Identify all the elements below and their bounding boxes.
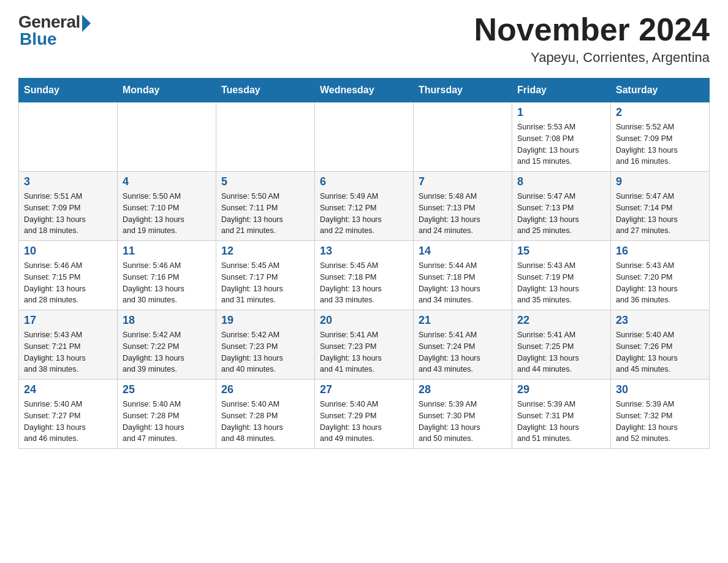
calendar-cell: 27Sunrise: 5:40 AM Sunset: 7:29 PM Dayli…: [315, 380, 414, 449]
calendar-cell: 19Sunrise: 5:42 AM Sunset: 7:23 PM Dayli…: [216, 310, 315, 380]
calendar-cell: [414, 102, 512, 172]
day-number: 2: [616, 106, 704, 119]
calendar-cell: 12Sunrise: 5:45 AM Sunset: 7:17 PM Dayli…: [216, 241, 315, 310]
calendar-cell: 9Sunrise: 5:47 AM Sunset: 7:14 PM Daylig…: [611, 172, 710, 241]
day-number: 15: [517, 245, 605, 258]
calendar-cell: 21Sunrise: 5:41 AM Sunset: 7:24 PM Dayli…: [414, 310, 512, 380]
day-info: Sunrise: 5:42 AM Sunset: 7:22 PM Dayligh…: [123, 329, 211, 375]
day-info: Sunrise: 5:41 AM Sunset: 7:25 PM Dayligh…: [517, 329, 605, 375]
day-info: Sunrise: 5:39 AM Sunset: 7:31 PM Dayligh…: [517, 399, 605, 445]
day-number: 22: [517, 314, 605, 327]
calendar-cell: 18Sunrise: 5:42 AM Sunset: 7:22 PM Dayli…: [118, 310, 216, 380]
day-number: 25: [123, 383, 211, 396]
calendar-cell: 11Sunrise: 5:46 AM Sunset: 7:16 PM Dayli…: [118, 241, 216, 310]
day-info: Sunrise: 5:47 AM Sunset: 7:13 PM Dayligh…: [517, 191, 605, 237]
day-number: 10: [24, 245, 112, 258]
calendar-cell: 20Sunrise: 5:41 AM Sunset: 7:23 PM Dayli…: [315, 310, 414, 380]
calendar-cell: [315, 102, 414, 172]
calendar-cell: 26Sunrise: 5:40 AM Sunset: 7:28 PM Dayli…: [216, 380, 315, 449]
day-number: 1: [517, 106, 605, 119]
day-info: Sunrise: 5:42 AM Sunset: 7:23 PM Dayligh…: [221, 329, 309, 375]
day-info: Sunrise: 5:45 AM Sunset: 7:18 PM Dayligh…: [320, 260, 408, 306]
day-number: 30: [616, 383, 704, 396]
calendar-cell: [118, 102, 216, 172]
calendar-cell: 15Sunrise: 5:43 AM Sunset: 7:19 PM Dayli…: [512, 241, 611, 310]
calendar-cell: 6Sunrise: 5:49 AM Sunset: 7:12 PM Daylig…: [315, 172, 414, 241]
day-number: 28: [419, 383, 507, 396]
day-info: Sunrise: 5:39 AM Sunset: 7:30 PM Dayligh…: [419, 399, 507, 445]
calendar-cell: 28Sunrise: 5:39 AM Sunset: 7:30 PM Dayli…: [414, 380, 512, 449]
calendar-cell: 8Sunrise: 5:47 AM Sunset: 7:13 PM Daylig…: [512, 172, 611, 241]
week-row-1: 1Sunrise: 5:53 AM Sunset: 7:08 PM Daylig…: [19, 102, 710, 172]
weekday-header-sunday: Sunday: [19, 79, 118, 102]
day-info: Sunrise: 5:39 AM Sunset: 7:32 PM Dayligh…: [616, 399, 704, 445]
calendar-cell: 16Sunrise: 5:43 AM Sunset: 7:20 PM Dayli…: [611, 241, 710, 310]
day-number: 13: [320, 245, 408, 258]
day-number: 27: [320, 383, 408, 396]
day-number: 4: [123, 175, 211, 188]
calendar-cell: [19, 102, 118, 172]
day-info: Sunrise: 5:50 AM Sunset: 7:10 PM Dayligh…: [123, 191, 211, 237]
day-info: Sunrise: 5:41 AM Sunset: 7:23 PM Dayligh…: [320, 329, 408, 375]
calendar-cell: 22Sunrise: 5:41 AM Sunset: 7:25 PM Dayli…: [512, 310, 611, 380]
day-number: 14: [419, 245, 507, 258]
location-subtitle: Yapeyu, Corrientes, Argentina: [474, 50, 710, 66]
day-number: 8: [517, 175, 605, 188]
calendar-cell: 23Sunrise: 5:40 AM Sunset: 7:26 PM Dayli…: [611, 310, 710, 380]
logo-blue-text: Blue: [18, 29, 57, 49]
title-section: November 2024 Yapeyu, Corrientes, Argent…: [474, 12, 710, 66]
day-info: Sunrise: 5:46 AM Sunset: 7:16 PM Dayligh…: [123, 260, 211, 306]
day-number: 29: [517, 383, 605, 396]
week-row-3: 10Sunrise: 5:46 AM Sunset: 7:15 PM Dayli…: [19, 241, 710, 310]
weekday-header-row: SundayMondayTuesdayWednesdayThursdayFrid…: [19, 79, 710, 102]
calendar-cell: 2Sunrise: 5:52 AM Sunset: 7:09 PM Daylig…: [611, 102, 710, 172]
week-row-2: 3Sunrise: 5:51 AM Sunset: 7:09 PM Daylig…: [19, 172, 710, 241]
day-number: 6: [320, 175, 408, 188]
day-info: Sunrise: 5:40 AM Sunset: 7:27 PM Dayligh…: [24, 399, 112, 445]
day-info: Sunrise: 5:40 AM Sunset: 7:26 PM Dayligh…: [616, 329, 704, 375]
day-info: Sunrise: 5:50 AM Sunset: 7:11 PM Dayligh…: [221, 191, 309, 237]
calendar-cell: [216, 102, 315, 172]
day-number: 20: [320, 314, 408, 327]
day-info: Sunrise: 5:43 AM Sunset: 7:20 PM Dayligh…: [616, 260, 704, 306]
day-number: 3: [24, 175, 112, 188]
day-number: 16: [616, 245, 704, 258]
weekday-header-friday: Friday: [512, 79, 611, 102]
day-info: Sunrise: 5:40 AM Sunset: 7:28 PM Dayligh…: [123, 399, 211, 445]
day-info: Sunrise: 5:44 AM Sunset: 7:18 PM Dayligh…: [419, 260, 507, 306]
page-header: General Blue November 2024 Yapeyu, Corri…: [18, 12, 710, 66]
day-info: Sunrise: 5:40 AM Sunset: 7:29 PM Dayligh…: [320, 399, 408, 445]
calendar-table: SundayMondayTuesdayWednesdayThursdayFrid…: [18, 78, 710, 449]
day-number: 7: [419, 175, 507, 188]
calendar-cell: 3Sunrise: 5:51 AM Sunset: 7:09 PM Daylig…: [19, 172, 118, 241]
day-info: Sunrise: 5:43 AM Sunset: 7:19 PM Dayligh…: [517, 260, 605, 306]
day-info: Sunrise: 5:46 AM Sunset: 7:15 PM Dayligh…: [24, 260, 112, 306]
day-number: 18: [123, 314, 211, 327]
weekday-header-wednesday: Wednesday: [315, 79, 414, 102]
calendar-cell: 30Sunrise: 5:39 AM Sunset: 7:32 PM Dayli…: [611, 380, 710, 449]
week-row-5: 24Sunrise: 5:40 AM Sunset: 7:27 PM Dayli…: [19, 380, 710, 449]
week-row-4: 17Sunrise: 5:43 AM Sunset: 7:21 PM Dayli…: [19, 310, 710, 380]
weekday-header-saturday: Saturday: [611, 79, 710, 102]
day-info: Sunrise: 5:52 AM Sunset: 7:09 PM Dayligh…: [616, 121, 704, 167]
day-number: 24: [24, 383, 112, 396]
calendar-cell: 17Sunrise: 5:43 AM Sunset: 7:21 PM Dayli…: [19, 310, 118, 380]
day-info: Sunrise: 5:45 AM Sunset: 7:17 PM Dayligh…: [221, 260, 309, 306]
day-info: Sunrise: 5:53 AM Sunset: 7:08 PM Dayligh…: [517, 121, 605, 167]
day-number: 5: [221, 175, 309, 188]
calendar-cell: 4Sunrise: 5:50 AM Sunset: 7:10 PM Daylig…: [118, 172, 216, 241]
weekday-header-monday: Monday: [118, 79, 216, 102]
weekday-header-thursday: Thursday: [414, 79, 512, 102]
weekday-header-tuesday: Tuesday: [216, 79, 315, 102]
calendar-cell: 13Sunrise: 5:45 AM Sunset: 7:18 PM Dayli…: [315, 241, 414, 310]
calendar-cell: 29Sunrise: 5:39 AM Sunset: 7:31 PM Dayli…: [512, 380, 611, 449]
day-number: 21: [419, 314, 507, 327]
calendar-cell: 5Sunrise: 5:50 AM Sunset: 7:11 PM Daylig…: [216, 172, 315, 241]
day-number: 17: [24, 314, 112, 327]
logo: General Blue: [18, 12, 91, 49]
calendar-cell: 25Sunrise: 5:40 AM Sunset: 7:28 PM Dayli…: [118, 380, 216, 449]
day-number: 19: [221, 314, 309, 327]
calendar-cell: 7Sunrise: 5:48 AM Sunset: 7:13 PM Daylig…: [414, 172, 512, 241]
logo-arrow-icon: [82, 15, 91, 32]
day-number: 11: [123, 245, 211, 258]
